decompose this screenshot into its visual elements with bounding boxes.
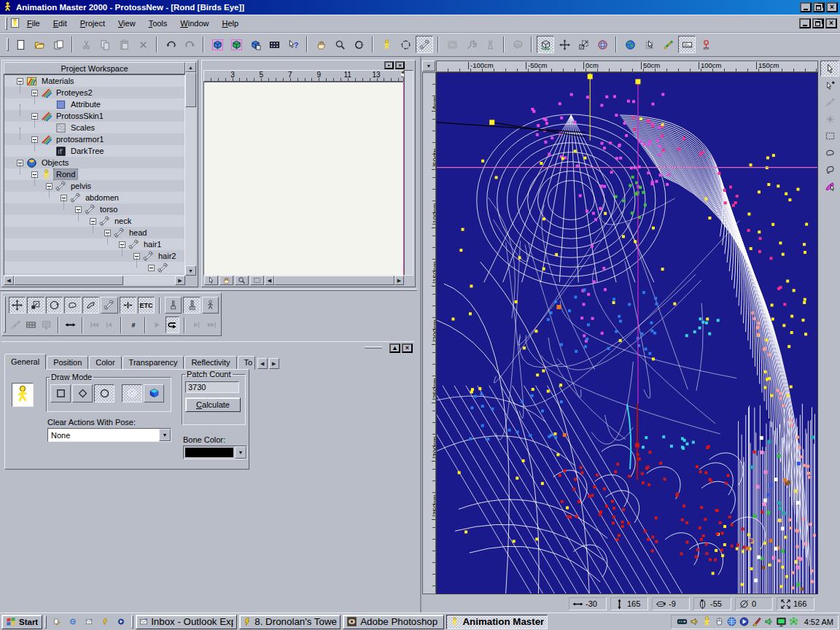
tray-realplayer-icon[interactable] [738,616,750,628]
quicklaunch-show-desktop[interactable] [49,615,65,629]
workspace-vertical-scrollbar[interactable]: ▲ ▼ [185,62,196,276]
tree-item-abdomen[interactable]: abdomen [4,192,121,203]
tray-speaker-icon[interactable] [688,616,701,628]
tree-item-torso[interactable]: torso [4,203,120,215]
patch-group-button[interactable] [82,297,99,314]
palette-button[interactable] [509,36,526,53]
patches-button[interactable] [94,384,114,402]
key-chain-button[interactable] [9,316,23,333]
add-point-button[interactable] [820,77,839,93]
screen-button[interactable] [39,316,53,333]
tab-scroll-right-button[interactable]: ▶ [269,358,279,369]
clear-actions-combobox[interactable]: None ▼ [47,428,171,442]
menu-view[interactable]: View [112,17,141,30]
tab-reflectivity[interactable]: Reflectivity [184,356,236,370]
tab-scroll-left-button[interactable]: ◀ [257,358,268,369]
skeletal-mode-button[interactable] [378,36,395,53]
turn-view-button[interactable] [537,36,554,53]
workspace-panel-header[interactable]: Project Workspace [4,62,185,74]
zoom-button[interactable] [235,276,249,285]
turn-button[interactable] [350,36,368,53]
render-film-button[interactable] [265,36,283,53]
child-restore-button[interactable] [812,18,824,28]
show-rulers-button[interactable]: 10 [678,36,696,53]
tree-item-head[interactable]: head [4,227,149,238]
range-button[interactable] [63,316,77,333]
save-model-button[interactable] [246,36,264,53]
move-view-button[interactable] [556,36,573,53]
tree-item-proteyes2[interactable]: Proteyes2 [4,87,95,98]
marquee-button[interactable] [820,128,839,144]
document-icon[interactable] [9,18,20,30]
scroll-thumb[interactable] [185,72,196,107]
toolbar-grip[interactable] [4,296,6,332]
workspace-horizontal-scrollbar[interactable]: ◀ ▶ [4,276,185,285]
menu-file[interactable]: File [21,17,46,30]
start-button[interactable]: Start [1,615,42,629]
panel-divider[interactable] [0,289,417,291]
translate-manipulator-button[interactable] [9,297,26,314]
copy-button[interactable] [96,36,114,53]
scroll-left-button[interactable]: ◀ [265,276,274,285]
tree-item-protosarmor1[interactable]: protosarmor1 [4,133,106,145]
quicklaunch-internet-explorer[interactable] [65,615,81,629]
tree-item-rond[interactable]: Rond [4,168,77,180]
tree-item-materials[interactable]: Materials [4,75,77,87]
setup-button[interactable] [462,36,480,53]
tab-to[interactable]: To [238,356,255,370]
pan-button[interactable] [312,36,330,53]
minimize-button[interactable] [800,2,812,12]
tree-item-darktree[interactable]: DarkTree [4,145,106,157]
menu-edit[interactable]: Edit [47,17,73,30]
action-library-button[interactable] [228,36,245,53]
tray-flower-icon[interactable] [788,616,800,628]
tree-item-scales[interactable]: Scales [4,122,97,133]
menu-tools[interactable]: Tools [143,17,174,30]
properties-close-button[interactable]: × [402,343,413,353]
group-lasso-button[interactable] [64,297,81,314]
task-button[interactable]: Animation Master ... [446,615,548,629]
menu-help[interactable]: Help [216,17,244,30]
quicklaunch-realplayer[interactable] [113,615,129,629]
zoom-view-button[interactable] [575,36,592,53]
tray-figure-icon[interactable] [701,616,713,628]
film-edit-button[interactable] [24,316,38,333]
timeline-minimize-button[interactable]: ▪ [384,61,394,69]
menubar-grip[interactable] [5,17,7,30]
child-close-button[interactable]: × [825,18,837,28]
quicklaunch-outlook-express[interactable] [81,615,97,629]
bone-color-combobox[interactable]: ▼ [183,446,247,459]
show-bones-button[interactable] [659,36,677,53]
select-button[interactable] [820,61,839,77]
scale-manipulator-button[interactable] [27,297,44,314]
wireframe-button[interactable] [122,384,142,402]
scroll-thumb[interactable] [14,276,123,285]
zoom-button[interactable] [331,36,349,53]
lathe-button[interactable] [481,36,499,53]
redo-button[interactable] [181,36,198,53]
scroll-down-button[interactable]: ▼ [185,265,196,276]
to-begin-button[interactable] [88,316,101,333]
menu-project[interactable]: Project [74,17,111,30]
loop-button[interactable] [166,316,179,333]
tree-expand-icon[interactable] [148,265,155,271]
etc-button[interactable]: ETC [138,297,155,314]
patch-select-button[interactable] [820,178,839,194]
frame-mode-button[interactable] [443,36,461,53]
paste-button[interactable] [115,36,133,53]
tree-item-hair1[interactable]: hair1 [4,238,163,250]
tray-monitor-net-icon[interactable] [775,616,788,628]
scroll-up-button[interactable]: ▲ [185,62,196,72]
pin-button[interactable] [697,36,715,53]
shaded-button[interactable] [144,384,164,402]
bone-button[interactable] [101,297,117,314]
select-button[interactable] [204,276,218,285]
scroll-right-button[interactable]: ▶ [175,276,185,285]
open-button[interactable] [31,36,48,53]
tab-transparency[interactable]: Transparency [122,356,184,370]
close-button[interactable]: × [826,2,838,12]
new-button[interactable] [12,36,29,53]
timeline-close-button[interactable]: × [395,61,405,69]
marquee-button[interactable] [250,276,264,285]
bird-view-button[interactable] [594,36,611,53]
